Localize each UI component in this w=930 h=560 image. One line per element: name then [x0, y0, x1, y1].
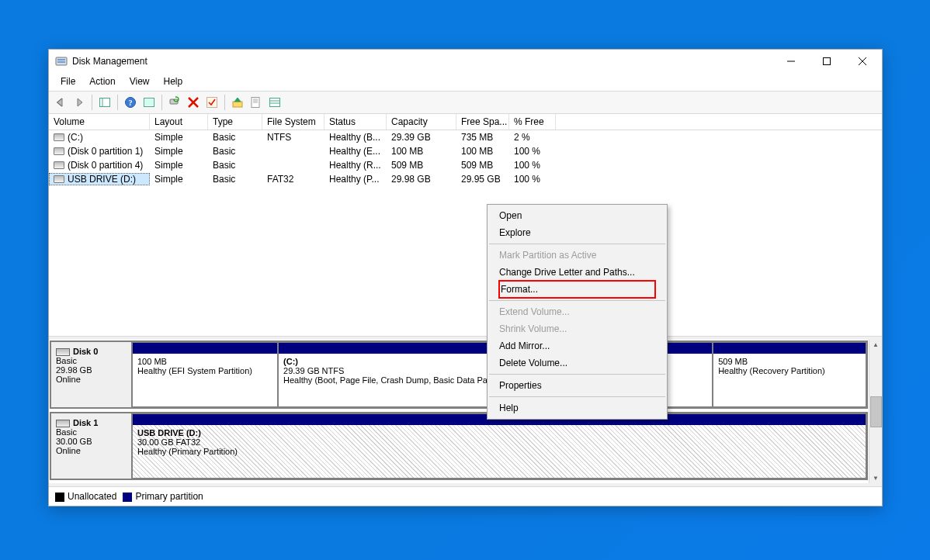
svg-text:?: ? — [129, 99, 133, 107]
column-header-filesystem[interactable]: File System — [262, 114, 324, 130]
legend-primary: Primary partition — [135, 491, 203, 502]
refresh-button[interactable] — [166, 94, 183, 111]
context-menu-item-label: Delete Volume... — [499, 358, 567, 368]
volume-list[interactable]: VolumeLayoutTypeFile SystemStatusCapacit… — [49, 114, 882, 337]
context-menu-item[interactable]: Explore — [488, 224, 666, 241]
svg-rect-22 — [270, 99, 280, 107]
disk-size: 30.00 GB — [56, 437, 92, 446]
cell-filesystem — [262, 159, 324, 171]
scroll-thumb[interactable] — [870, 396, 882, 427]
help-button[interactable]: ? — [122, 94, 139, 111]
legend-unallocated: Unallocated — [68, 491, 116, 502]
list-view-button[interactable] — [266, 94, 283, 111]
column-header-layout[interactable]: Layout — [150, 114, 208, 130]
context-menu-item[interactable]: Open — [488, 207, 666, 224]
partition[interactable]: 100 MBHealthy (EFI System Partition) — [132, 342, 278, 407]
context-menu-item: Shrink Volume... — [488, 320, 666, 337]
cell-filesystem: FAT32 — [262, 173, 324, 185]
cell-layout: Simple — [150, 145, 208, 157]
svg-rect-12 — [145, 99, 153, 105]
svg-rect-17 — [233, 102, 242, 107]
forward-button[interactable] — [71, 94, 88, 111]
cell-filesystem — [262, 145, 324, 157]
disk-label[interactable]: Disk 0Basic29.98 GBOnline — [51, 342, 132, 407]
properties-button[interactable] — [248, 94, 265, 111]
close-button[interactable] — [845, 50, 880, 72]
window-title: Disk Management — [72, 56, 773, 67]
scroll-up-icon[interactable]: ▲ — [873, 341, 879, 348]
context-menu-separator — [489, 244, 665, 244]
context-menu-item: Mark Partition as Active — [488, 247, 666, 264]
vertical-scrollbar[interactable]: ▲ ▼ — [869, 340, 882, 483]
cell-layout: Simple — [150, 159, 208, 171]
volume-row[interactable]: (Disk 0 partition 1)SimpleBasicHealthy (… — [49, 144, 882, 158]
context-menu-item[interactable]: Properties — [488, 377, 666, 394]
column-header-pctfree[interactable]: % Free — [509, 114, 556, 130]
context-menu-item-label: Open — [499, 210, 522, 221]
column-header-type[interactable]: Type — [208, 114, 262, 130]
cell-type: Basic — [208, 159, 262, 171]
context-menu-item[interactable]: Delete Volume... — [488, 354, 666, 372]
volume-row[interactable]: (C:)SimpleBasicNTFSHealthy (B...29.39 GB… — [49, 130, 882, 144]
partition-status: Healthy (EFI System Partition) — [137, 366, 252, 375]
partition[interactable]: 509 MBHealthy (Recovery Partition) — [713, 342, 866, 407]
cell-capacity: 100 MB — [387, 145, 456, 157]
settings-button[interactable] — [141, 94, 158, 111]
svg-rect-4 — [824, 57, 831, 64]
cell-filesystem: NTFS — [262, 131, 324, 143]
cell-capacity: 29.98 GB — [387, 173, 456, 185]
legend-swatch-unallocated — [55, 493, 64, 502]
cell-status: Healthy (B... — [324, 131, 387, 143]
partition-size: 100 MB — [137, 357, 167, 366]
partition-status: Healthy (Primary Partition) — [137, 447, 238, 456]
volume-row[interactable]: (Disk 0 partition 4)SimpleBasicHealthy (… — [49, 158, 882, 172]
partition-size: 29.39 GB NTFS — [283, 366, 344, 375]
scroll-down-icon[interactable]: ▼ — [873, 475, 879, 482]
volume-row[interactable]: USB DRIVE (D:)SimpleBasicFAT32Healthy (P… — [49, 172, 882, 186]
disk-label[interactable]: Disk 1Basic30.00 GBOnline — [51, 413, 132, 479]
partition-status: Healthy (Boot, Page File, Crash Dump, Ba… — [283, 375, 511, 385]
graphical-view: Disk 0Basic29.98 GBOnline100 MBHealthy (… — [49, 337, 882, 486]
delete-button[interactable] — [185, 94, 202, 111]
column-header-status[interactable]: Status — [324, 114, 387, 130]
check-button[interactable] — [203, 94, 220, 111]
back-button[interactable] — [52, 94, 69, 111]
disk-name: Disk 0 — [73, 347, 98, 356]
maximize-button[interactable] — [809, 50, 845, 72]
menu-view[interactable]: View — [124, 74, 155, 88]
volume-icon — [54, 161, 64, 169]
minimize-button[interactable] — [773, 50, 809, 72]
cell-pctfree: 2 % — [509, 131, 556, 143]
context-menu-separator — [489, 300, 665, 301]
partition-size: 509 MB — [718, 357, 748, 366]
context-menu-item[interactable]: Change Drive Letter and Paths... — [488, 264, 666, 281]
context-menu[interactable]: OpenExploreMark Partition as ActiveChang… — [487, 204, 668, 420]
column-header-freespace[interactable]: Free Spa... — [456, 114, 509, 130]
menu-file[interactable]: File — [55, 74, 81, 88]
cell-freespace: 509 MB — [456, 159, 509, 171]
disk-row: Disk 1Basic30.00 GBOnlineUSB DRIVE (D:)3… — [50, 412, 868, 480]
partition[interactable]: USB DRIVE (D:)30.00 GB FAT32Healthy (Pri… — [132, 413, 866, 479]
menu-action[interactable]: Action — [84, 74, 120, 88]
context-menu-item[interactable]: Format... — [498, 280, 656, 299]
cell-type: Basic — [208, 145, 262, 157]
disk-state: Online — [56, 375, 81, 384]
context-menu-item[interactable]: Help — [488, 399, 666, 417]
show-hide-tree-button[interactable] — [96, 94, 113, 111]
svg-rect-1 — [57, 59, 65, 60]
context-menu-item[interactable]: Add Mirror... — [488, 337, 666, 354]
cell-capacity: 29.39 GB — [387, 131, 456, 143]
titlebar: Disk Management — [49, 50, 882, 72]
context-menu-item-label: Mark Partition as Active — [499, 250, 596, 261]
cell-type: Basic — [208, 173, 262, 185]
cell-freespace: 735 MB — [456, 131, 509, 143]
menu-help[interactable]: Help — [158, 74, 189, 88]
up-icon[interactable] — [229, 94, 246, 111]
column-header-capacity[interactable]: Capacity — [387, 114, 456, 130]
svg-rect-16 — [207, 98, 217, 108]
context-menu-separator — [489, 374, 665, 375]
column-header-volume[interactable]: Volume — [49, 114, 150, 130]
volume-icon — [54, 175, 64, 183]
disk-management-window: Disk Management File Action View Help ? … — [48, 49, 883, 506]
disk-size: 29.98 GB — [56, 365, 92, 375]
